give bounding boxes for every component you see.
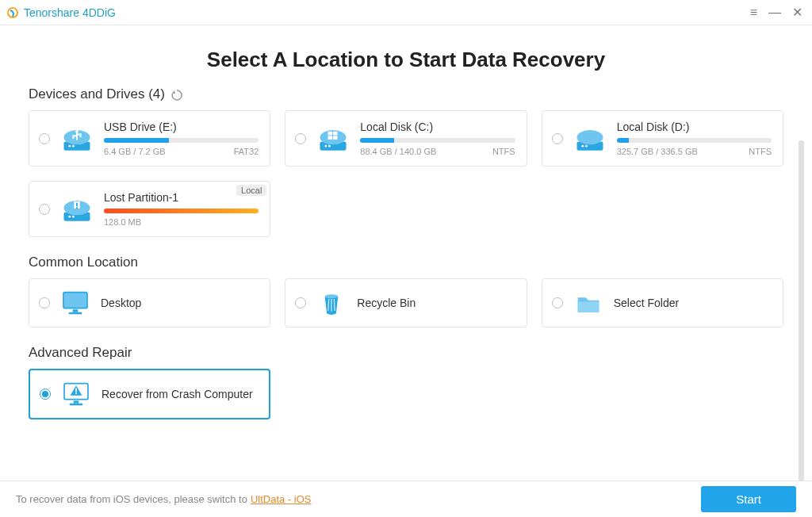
drive-subline: 88.4 GB / 140.0 GBNTFS <box>360 147 515 156</box>
main-content: Select A Location to Start Data Recovery… <box>0 25 812 481</box>
radio-icon[interactable] <box>552 133 563 144</box>
radio-icon[interactable] <box>40 389 51 400</box>
drive-info: Lost Partition-1128.0 MB <box>104 191 259 227</box>
drive-size: 128.0 MB <box>104 217 141 227</box>
desktop-icon <box>59 287 91 319</box>
usage-bar <box>617 138 772 143</box>
usage-bar <box>104 209 259 213</box>
section-advanced-header: Advanced Repair <box>29 345 783 361</box>
app-brand: Tenorshare 4DDiG <box>6 6 116 19</box>
common-grid: DesktopRecycle BinSelect Folder <box>29 278 783 327</box>
folder-icon <box>573 287 604 319</box>
drive-subline: 6.4 GB / 7.2 GBFAT32 <box>104 147 259 156</box>
drive-fs: FAT32 <box>234 147 259 156</box>
drive-card[interactable]: USB Drive (E:)6.4 GB / 7.2 GBFAT32 <box>29 110 270 167</box>
drive-size: 6.4 GB / 7.2 GB <box>104 147 166 156</box>
menu-icon[interactable]: ≡ <box>750 6 757 20</box>
drives-grid: USB Drive (E:)6.4 GB / 7.2 GBFAT32Local … <box>29 110 783 237</box>
location-name: Desktop <box>101 297 259 309</box>
advanced-grid: Recover from Crash Computer <box>29 369 783 419</box>
common-location-card[interactable]: Recycle Bin <box>285 278 527 327</box>
radio-icon[interactable] <box>39 297 50 308</box>
footer-text: To recover data from iOS devices, please… <box>16 493 247 505</box>
section-advanced-label: Advanced Repair <box>29 345 132 361</box>
advanced-repair-card[interactable]: Recover from Crash Computer <box>29 369 270 419</box>
refresh-icon[interactable] <box>171 89 182 100</box>
drive-size: 325.7 GB / 336.5 GB <box>617 147 698 156</box>
common-location-card[interactable]: Select Folder <box>542 278 783 327</box>
drive-subline: 128.0 MB <box>104 217 259 227</box>
drive-name: USB Drive (E:) <box>104 121 259 133</box>
drive-info: USB Drive (E:)6.4 GB / 7.2 GBFAT32 <box>104 121 259 156</box>
drive-size: 88.4 GB / 140.0 GB <box>360 147 436 156</box>
scrollbar[interactable] <box>799 140 804 481</box>
local-disk-icon <box>573 121 607 156</box>
drive-name: Local Disk (D:) <box>617 121 772 133</box>
radio-icon[interactable] <box>295 297 306 308</box>
windows-disk-icon <box>316 121 350 156</box>
radio-icon[interactable] <box>39 204 50 215</box>
recycle-bin-icon <box>316 287 347 319</box>
drive-info: Local Disk (D:)325.7 GB / 336.5 GBNTFS <box>617 121 772 156</box>
footer: To recover data from iOS devices, please… <box>0 481 812 517</box>
footer-link[interactable]: UltData - iOS <box>251 493 312 505</box>
advanced-name: Recover from Crash Computer <box>102 388 258 400</box>
lost-partition-icon <box>59 192 94 227</box>
app-logo-icon <box>6 6 19 19</box>
section-common-label: Common Location <box>29 255 138 270</box>
drive-info: Local Disk (C:)88.4 GB / 140.0 GBNTFS <box>360 121 515 156</box>
drive-card[interactable]: Local Disk (D:)325.7 GB / 336.5 GBNTFS <box>542 110 783 167</box>
location-name: Recycle Bin <box>357 297 515 309</box>
close-icon[interactable]: ✕ <box>792 5 802 20</box>
window-controls: ≡ — ✕ <box>750 5 806 20</box>
usage-bar <box>360 138 515 143</box>
drive-subline: 325.7 GB / 336.5 GBNTFS <box>617 147 772 156</box>
minimize-icon[interactable]: — <box>768 6 781 20</box>
section-common-header: Common Location <box>29 255 783 270</box>
usb-drive-icon <box>59 121 94 156</box>
drive-name: Local Disk (C:) <box>360 121 515 133</box>
drive-fs: NTFS <box>749 147 772 156</box>
section-devices-label: Devices and Drives (4) <box>29 86 165 102</box>
radio-icon[interactable] <box>552 297 563 308</box>
drive-card[interactable]: Local Disk (C:)88.4 GB / 140.0 GBNTFS <box>285 110 527 167</box>
titlebar: Tenorshare 4DDiG ≡ — ✕ <box>0 0 812 25</box>
page-title: Select A Location to Start Data Recovery <box>29 48 783 72</box>
radio-icon[interactable] <box>295 133 306 144</box>
location-name: Select Folder <box>614 297 772 309</box>
drive-badge: Local <box>236 185 266 196</box>
app-name: Tenorshare 4DDiG <box>24 6 116 19</box>
start-button[interactable]: Start <box>701 486 796 512</box>
section-devices-header: Devices and Drives (4) <box>29 86 783 102</box>
radio-icon[interactable] <box>39 133 50 144</box>
common-location-card[interactable]: Desktop <box>29 278 270 327</box>
drive-card[interactable]: LocalLost Partition-1128.0 MB <box>29 181 270 237</box>
drive-fs: NTFS <box>492 147 515 156</box>
drive-name: Lost Partition-1 <box>104 191 259 204</box>
crash-computer-icon <box>60 378 92 410</box>
usage-bar <box>104 138 259 143</box>
